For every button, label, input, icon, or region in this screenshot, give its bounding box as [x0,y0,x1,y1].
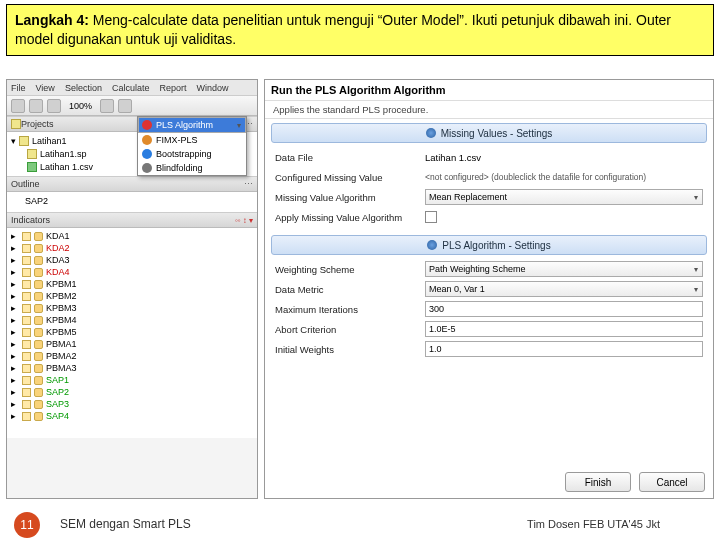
finish-button[interactable]: Finish [565,472,631,492]
indicator-info-icon [22,268,31,277]
slide-header: Langkah 4: Meng-calculate data penelitia… [6,4,714,56]
indicator-dot-icon [34,352,43,361]
outline-tree: SAP2 [7,192,257,212]
indicator-dot-icon [34,232,43,241]
header-bold: Langkah 4: [15,12,89,28]
outline-item[interactable]: SAP2 [11,194,253,207]
indicator-item[interactable]: ▸KDA2 [11,242,253,254]
gear-icon [426,128,436,138]
indicator-item[interactable]: ▸KPBM5 [11,326,253,338]
indicator-item[interactable]: ▸SAP2 [11,386,253,398]
menu-window[interactable]: Window [196,83,228,93]
file-icon [27,149,37,159]
indicator-info-icon [22,400,31,409]
algorithm-icon [142,120,152,130]
indicator-label: KPBM1 [46,279,77,289]
zoom-level[interactable]: 100% [65,101,96,111]
indicator-label: KDA2 [46,243,70,253]
select-data-metric[interactable]: Mean 0, Var 1 [425,281,703,297]
missing-values-form: Data FileLatihan 1.csv Configured Missin… [265,143,713,231]
indicator-dot-icon [34,316,43,325]
indicator-item[interactable]: ▸KPBM1 [11,278,253,290]
indicator-info-icon [22,376,31,385]
csv-icon [27,162,37,172]
toolbar-icon[interactable] [47,99,61,113]
input-abort-criterion[interactable]: 1.0E-5 [425,321,703,337]
smartpls-main-window: File View Selection Calculate Report Win… [6,79,258,499]
indicator-label: KPBM2 [46,291,77,301]
toolbar-icon[interactable] [11,99,25,113]
menu-selection[interactable]: Selection [65,83,102,93]
value-data-file: Latihan 1.csv [425,152,703,163]
indicator-label: KPBM4 [46,315,77,325]
gear-icon [427,240,437,250]
indicator-label: KPBM3 [46,303,77,313]
menu-report[interactable]: Report [159,83,186,93]
indicator-item[interactable]: ▸PBMA3 [11,362,253,374]
indicator-dot-icon [34,364,43,373]
indicator-dot-icon [34,328,43,337]
menu-file[interactable]: File [11,83,26,93]
toolbar-icon[interactable] [100,99,114,113]
indicator-item[interactable]: ▸PBMA1 [11,338,253,350]
dialog-subtitle: Applies the standard PLS procedure. [265,101,713,119]
indicator-label: PBMA1 [46,339,77,349]
indicator-badge: ◦◦ ↕ ▾ [235,216,253,225]
indicator-item[interactable]: ▸SAP1 [11,374,253,386]
indicator-dot-icon [34,388,43,397]
indicator-info-icon [22,244,31,253]
label-data-metric: Data Metric [275,284,425,295]
indicator-info-icon [22,412,31,421]
indicator-item[interactable]: ▸KPBM2 [11,290,253,302]
indicator-item[interactable]: ▸KPBM3 [11,302,253,314]
indicator-item[interactable]: ▸KDA4 [11,266,253,278]
toolbar-icon[interactable] [29,99,43,113]
indicator-dot-icon [34,412,43,421]
checkbox-apply-mva[interactable] [425,211,437,223]
indicator-label: PBMA3 [46,363,77,373]
toolbar-icon[interactable] [118,99,132,113]
dropdown-blindfolding[interactable]: Blindfolding [138,161,246,175]
cancel-button[interactable]: Cancel [639,472,705,492]
label-abort-criterion: Abort Criterion [275,324,425,335]
folder-icon [11,119,21,129]
expand-icon[interactable]: ▾ [11,136,16,146]
indicator-info-icon [22,328,31,337]
indicator-dot-icon [34,244,43,253]
label-max-iterations: Maximum Iterations [275,304,425,315]
dialog-title: Run the PLS Algorithm Algorithm [265,80,713,101]
indicator-item[interactable]: ▸SAP3 [11,398,253,410]
select-mva[interactable]: Mean Replacement [425,189,703,205]
indicator-item[interactable]: ▸KDA1 [11,230,253,242]
indicators-list: ▸KDA1▸KDA2▸KDA3▸KDA4▸KPBM1▸KPBM2▸KPBM3▸K… [7,228,257,438]
calculate-dropdown: PLS Algorithm FIMX-PLS Bootstrapping Bli… [137,116,247,176]
pls-settings-section-header: PLS Algorithm - Settings [271,235,707,255]
indicator-item[interactable]: ▸PBMA2 [11,350,253,362]
label-data-file: Data File [275,152,425,163]
menu-calculate[interactable]: Calculate [112,83,150,93]
indicator-info-icon [22,388,31,397]
pls-settings-form: Weighting SchemePath Weighting Scheme Da… [265,255,713,363]
indicator-info-icon [22,364,31,373]
footer-right: Tim Dosen FEB UTA'45 Jkt [527,518,660,530]
indicator-dot-icon [34,400,43,409]
indicator-dot-icon [34,268,43,277]
dropdown-pls-algorithm[interactable]: PLS Algorithm [138,117,246,133]
indicator-info-icon [22,280,31,289]
input-initial-weights[interactable]: 1.0 [425,341,703,357]
indicator-label: SAP3 [46,399,69,409]
indicator-item[interactable]: ▸KDA3 [11,254,253,266]
panel-menu-icon[interactable]: ⋯ [244,179,253,189]
menu-view[interactable]: View [36,83,55,93]
indicator-dot-icon [34,280,43,289]
indicator-item[interactable]: ▸SAP4 [11,410,253,422]
indicator-dot-icon [34,376,43,385]
dropdown-fimx-pls[interactable]: FIMX-PLS [138,133,246,147]
algorithm-icon [142,149,152,159]
indicator-info-icon [22,256,31,265]
toolbar: 100% [7,96,257,116]
input-max-iterations[interactable]: 300 [425,301,703,317]
select-weighting-scheme[interactable]: Path Weighting Scheme [425,261,703,277]
indicator-item[interactable]: ▸KPBM4 [11,314,253,326]
dropdown-bootstrapping[interactable]: Bootstrapping [138,147,246,161]
